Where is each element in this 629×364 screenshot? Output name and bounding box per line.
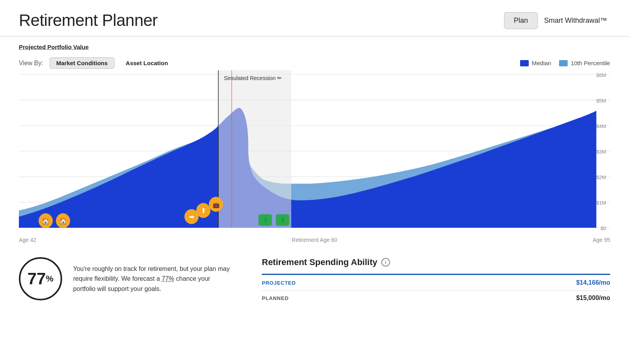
spending-title: Retirement Spending Ability i: [262, 257, 610, 267]
legend-median-box: [520, 60, 529, 66]
info-icon[interactable]: i: [381, 258, 390, 267]
planned-value: $15,000/mo: [576, 294, 610, 302]
icon-arrow-right-symbol: ➡: [189, 213, 194, 220]
chart-area: $6M $5M $4M $3M $2M $1M $0 Simulated Rec…: [19, 70, 610, 235]
score-section: 77% You're roughly on track for retireme…: [19, 257, 230, 300]
svg-text:$6M: $6M: [596, 72, 606, 78]
score-value: 77: [28, 269, 46, 288]
chart-x-labels: Age 42 Retirement Age 60 Age 95: [0, 235, 629, 243]
x-label-age42: Age 42: [19, 237, 36, 243]
recession-region: [218, 70, 291, 228]
header: Retirement Planner Plan Smart Withdrawal…: [0, 0, 629, 37]
spending-row-projected: PROJECTED $14,166/mo: [262, 275, 610, 290]
score-pct: %: [46, 274, 54, 284]
bottom-section: 77% You're roughly on track for retireme…: [0, 243, 629, 305]
spending-title-text: Retirement Spending Ability: [262, 257, 377, 267]
planned-label: PLANNED: [262, 295, 289, 301]
median-area: [19, 108, 596, 228]
legend: Median 10th Percentile: [520, 60, 610, 66]
legend-median-label: Median: [532, 60, 551, 66]
recession-label: Simulated Recession ✏: [224, 75, 281, 81]
icon-green-2-symbol: 💲: [279, 216, 286, 223]
svg-text:$4M: $4M: [596, 123, 606, 129]
chart-svg: $6M $5M $4M $3M $2M $1M $0 Simulated Rec…: [19, 70, 610, 235]
legend-median: Median: [520, 60, 551, 66]
page-title: Retirement Planner: [19, 11, 158, 30]
spending-row-planned: PLANNED $15,000/mo: [262, 290, 610, 305]
svg-text:$2M: $2M: [596, 174, 606, 180]
tab-asset-location[interactable]: Asset Location: [119, 57, 175, 69]
icon-savings-symbol: 💼: [213, 201, 220, 208]
tab-market-conditions[interactable]: Market Conditions: [50, 57, 114, 69]
legend-10th-label: 10th Percentile: [571, 60, 610, 66]
smart-withdrawal-button[interactable]: Smart Withdrawal™: [541, 13, 610, 29]
projected-label: PROJECTED: [262, 280, 296, 286]
svg-text:$5M: $5M: [596, 98, 606, 104]
header-nav: Plan Smart Withdrawal™: [504, 12, 610, 29]
svg-text:$1M: $1M: [596, 200, 606, 206]
x-label-age95: Age 95: [593, 237, 610, 243]
icon-house-orange-symbol: 🏠: [59, 217, 68, 225]
projected-portfolio-title: Projected Portfolio Value: [0, 37, 629, 53]
icon-house-symbol: 🏠: [42, 217, 50, 225]
svg-text:$3M: $3M: [596, 149, 606, 155]
legend-10th: 10th Percentile: [559, 60, 610, 66]
svg-text:$0: $0: [600, 225, 606, 231]
score-circle: 77%: [19, 257, 62, 300]
plan-button[interactable]: Plan: [504, 12, 538, 29]
icon-green-1-symbol: 💲: [262, 216, 269, 223]
view-by-row: View By: Market Conditions Asset Locatio…: [0, 53, 629, 70]
x-label-retirement: Retirement Age 60: [292, 237, 337, 243]
icon-arrow-up-symbol: ⬆: [201, 207, 206, 214]
legend-10th-box: [559, 60, 568, 66]
spending-section: Retirement Spending Ability i PROJECTED …: [262, 257, 610, 305]
view-by-label: View By:: [19, 60, 43, 67]
score-description: You're roughly on track for retirement, …: [73, 264, 230, 294]
projected-value: $14,166/mo: [576, 279, 610, 286]
